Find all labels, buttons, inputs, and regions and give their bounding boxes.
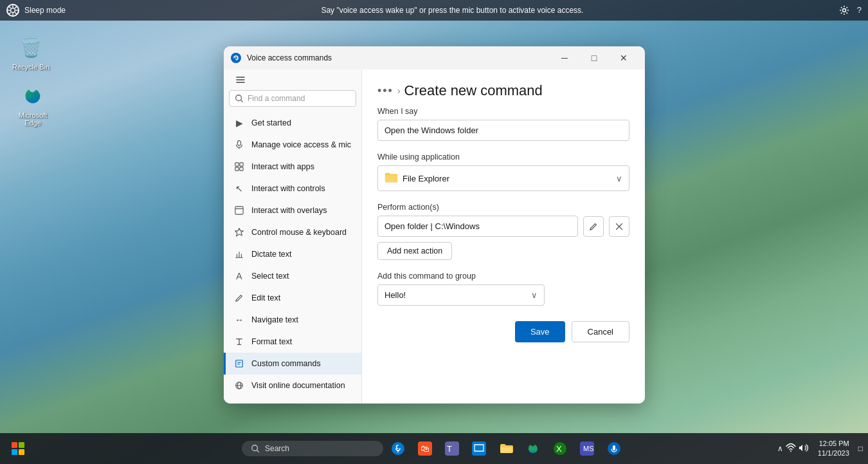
close-button[interactable]: ✕ — [609, 46, 638, 70]
sidebar-item-select-text[interactable]: A Select text — [224, 265, 361, 287]
interact-apps-icon — [233, 161, 245, 172]
remove-action-button[interactable] — [609, 216, 629, 237]
sidebar-item-control-mouse[interactable]: Control mouse & keyboard — [224, 221, 361, 243]
taskbar-center: Search 🛍 T — [242, 436, 626, 461]
svg-rect-20 — [19, 449, 24, 455]
svg-text:🛍: 🛍 — [420, 443, 429, 454]
sidebar-item-navigate-text[interactable]: ↔ Navigate text — [224, 309, 361, 331]
main-content: ••• › Create new command When I say Whil… — [362, 70, 645, 404]
svg-rect-10 — [240, 167, 243, 171]
taskbar-file-explorer-icon[interactable] — [494, 436, 518, 461]
edit-text-icon — [233, 292, 245, 304]
start-button[interactable] — [5, 436, 31, 461]
help-icon[interactable]: ? — [857, 5, 862, 15]
select-text-icon: A — [233, 270, 245, 282]
minimize-button[interactable]: ─ — [550, 46, 579, 70]
taskbar-left — [0, 436, 31, 461]
navigate-text-icon: ↔ — [233, 314, 245, 326]
sidebar-item-custom-commands[interactable]: Custom commands — [224, 353, 361, 375]
svg-text:MS: MS — [583, 445, 594, 452]
while-using-group: While using application File Explorer ∨ — [377, 153, 629, 191]
command-search-input[interactable] — [248, 94, 350, 103]
breadcrumb-dots[interactable]: ••• — [377, 84, 393, 98]
chevron-up-icon[interactable]: ∧ — [777, 444, 783, 453]
when-i-say-input[interactable] — [377, 120, 629, 141]
sidebar: ▶ Get started Manage voice access & mic … — [224, 70, 362, 404]
svg-rect-8 — [240, 163, 243, 166]
format-text-icon — [233, 336, 245, 348]
sidebar-item-format-text[interactable]: Format text — [224, 331, 361, 353]
perform-action-input[interactable] — [377, 216, 578, 237]
sidebar-item-interact-apps[interactable]: Interact with apps — [224, 156, 361, 178]
taskbar-microsoft-store-icon[interactable]: 🛍 — [413, 436, 437, 461]
taskbar-edge-icon[interactable] — [521, 436, 545, 461]
perform-action-group: Perform action(s) Add next action — [377, 203, 629, 260]
taskbar-teams-icon[interactable]: T — [440, 436, 464, 461]
voice-access-window: Voice access commands ─ □ ✕ — [224, 46, 645, 404]
sidebar-item-interact-controls[interactable]: ↖ Interact with controls — [224, 178, 361, 200]
sidebar-item-dictate-text[interactable]: Dictate text — [224, 243, 361, 265]
sidebar-item-manage-voice[interactable]: Manage voice access & mic — [224, 134, 361, 156]
window-title-icon — [230, 52, 242, 64]
sidebar-item-visit-docs[interactable]: Visit online documentation — [224, 375, 361, 396]
sleep-icon — [6, 4, 19, 17]
group-value: Hello! — [384, 290, 406, 300]
recycle-bin-label: Recycle Bin — [12, 63, 50, 71]
taskbar-voice-access-icon[interactable] — [602, 436, 626, 461]
svg-rect-9 — [235, 167, 239, 171]
get-started-icon: ▶ — [233, 117, 245, 129]
save-button[interactable]: Save — [515, 321, 565, 342]
taskbar-ms-teams-icon[interactable]: MS — [575, 436, 599, 461]
taskbar-xbox-icon[interactable]: X — [548, 436, 572, 461]
custom-commands-icon — [233, 358, 245, 369]
desktop: Sleep mode Say "voice access wake up" or… — [0, 0, 868, 464]
perform-action-label: Perform action(s) — [377, 203, 629, 212]
taskbar-chat-icon[interactable] — [467, 436, 491, 461]
notification-button[interactable]: □ — [858, 444, 863, 453]
tray-icons: ∧ — [777, 443, 809, 455]
taskbar-search-icon — [251, 444, 260, 453]
volume-icon[interactable] — [799, 443, 809, 455]
command-search-box[interactable] — [229, 90, 356, 107]
control-mouse-icon — [233, 227, 245, 238]
recycle-bin-icon[interactable]: 🗑️ Recycle Bin — [10, 32, 52, 73]
window-titlebar: Voice access commands ─ □ ✕ — [224, 46, 645, 70]
sidebar-item-edit-text[interactable]: Edit text — [224, 287, 361, 309]
svg-rect-28 — [472, 441, 486, 456]
taskbar-search-bar[interactable]: Search — [242, 441, 383, 456]
sidebar-item-interact-overlays[interactable]: Interact with overlays — [224, 200, 361, 221]
breadcrumb-arrow: › — [397, 86, 401, 96]
maximize-button[interactable]: □ — [579, 46, 609, 70]
file-explorer-icon — [384, 171, 397, 185]
edit-action-button[interactable] — [583, 216, 604, 237]
settings-icon[interactable] — [839, 5, 849, 15]
network-icon[interactable] — [786, 443, 796, 455]
action-row — [377, 216, 629, 237]
while-using-select[interactable]: File Explorer ∨ — [377, 165, 629, 191]
when-i-say-group: When I say — [377, 107, 629, 141]
group-select[interactable]: Hello! ∨ — [377, 284, 545, 306]
clock-time: 12:05 PM — [818, 439, 849, 449]
while-using-value: File Explorer — [402, 174, 449, 183]
svg-rect-19 — [12, 449, 17, 455]
add-next-action-button[interactable]: Add next action — [377, 242, 452, 260]
system-clock[interactable]: 12:05 PM 11/1/2023 — [813, 439, 854, 459]
sidebar-hamburger-button[interactable] — [229, 75, 252, 85]
manage-voice-icon — [233, 139, 245, 151]
sidebar-item-download-local[interactable]: Download local copy — [224, 396, 361, 404]
svg-rect-13 — [236, 360, 243, 367]
top-bar-left: Sleep mode — [0, 4, 66, 17]
edge-icon[interactable]: Microsoft Edge — [8, 80, 58, 129]
window-controls: ─ □ ✕ — [550, 46, 638, 70]
add-next-action-label: Add next action — [387, 246, 442, 255]
add-to-group-label: Add this command to group — [377, 272, 629, 281]
window-title-text: Voice access commands — [247, 53, 550, 62]
interact-overlays-icon — [233, 205, 245, 216]
group-select-chevron: ∨ — [531, 290, 538, 300]
search-icon — [235, 94, 244, 103]
svg-point-34 — [790, 450, 791, 452]
page-title: Create new command — [404, 82, 543, 99]
taskbar-voice-icon[interactable] — [386, 436, 410, 461]
sidebar-item-get-started[interactable]: ▶ Get started — [224, 112, 361, 134]
cancel-button[interactable]: Cancel — [572, 321, 629, 342]
